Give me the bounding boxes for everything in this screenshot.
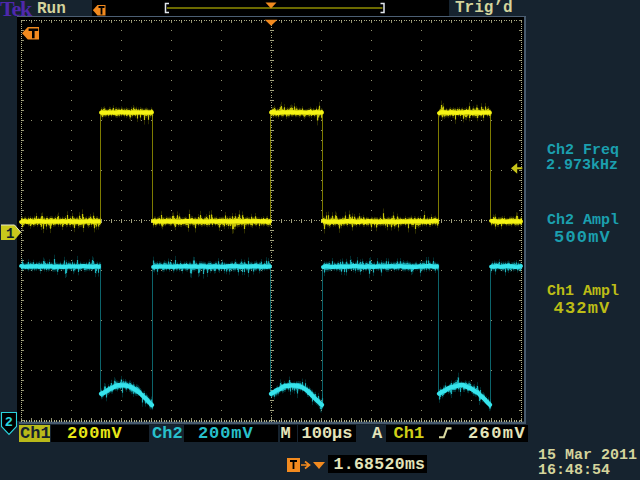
svg-text:2: 2 [5,415,13,430]
svg-text:1: 1 [6,226,14,242]
